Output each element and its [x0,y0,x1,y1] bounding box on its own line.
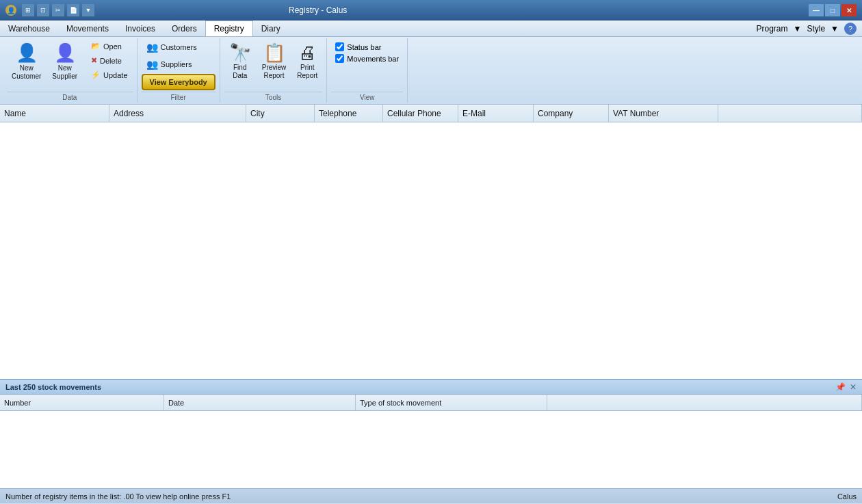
window-title: Registry - Calus [289,5,347,15]
open-icon: 📂 [91,42,101,51]
help-button[interactable]: ? [844,23,857,35]
data-group-label: Data [7,92,133,103]
main-area: Name Address City Telephone Cellular Pho… [0,105,862,379]
find-data-button[interactable]: 🔭 FindData [224,40,256,83]
view-checkboxes: Status bar Movements bar [331,40,403,66]
movements-bar-label: Movements bar [347,55,399,63]
bottom-table-body [0,411,862,488]
bottom-panel-title: Last 250 stock movements [5,383,101,391]
new-customer-label: NewCustomer [12,64,41,81]
delete-icon: ✖ [91,56,97,65]
new-supplier-icon: 👤 [54,42,76,64]
new-customer-icon: 👤 [16,42,38,64]
suppliers-icon: 👥 [146,59,158,70]
bottom-table-header: Number Date Type of stock movement [0,395,862,411]
status-bar-checkbox-label[interactable]: Status bar [335,42,399,51]
suppliers-filter-button[interactable]: 👥 Suppliers [142,57,197,72]
col-city[interactable]: City [246,105,315,122]
toolbar-btn-3[interactable]: ✂ [52,4,64,16]
toolbar-btn-2[interactable]: ⊡ [37,4,49,16]
col-cellular[interactable]: Cellular Phone [383,105,458,122]
delete-label: Delete [100,57,122,65]
menu-bar: Warehouse Movements Invoices Orders Regi… [0,21,862,37]
ribbon-group-view: Status bar Movements bar View [327,38,408,103]
bottom-panel-close-button[interactable]: ✕ [850,382,857,392]
status-bar: Number of registry items in the list: .0… [0,488,862,503]
new-supplier-button[interactable]: 👤 NewSupplier [47,40,82,83]
ribbon-group-data: 👤 NewCustomer 👤 NewSupplier 📂 Open ✖ Del… [3,38,138,103]
update-icon: ⚡ [91,70,101,79]
new-customer-button[interactable]: 👤 NewCustomer [7,40,46,83]
print-report-label: PrintReport [297,64,317,80]
bottom-panel: Last 250 stock movements 📌 ✕ Number Date… [0,379,862,488]
find-data-label: FindData [233,64,247,80]
view-everybody-button[interactable]: View Everybody [142,74,216,90]
ribbon-tools-content: 🔭 FindData 📋 PreviewReport 🖨 PrintReport [224,40,323,90]
customers-filter-button[interactable]: 👥 Customers [142,40,202,55]
bottom-col-date[interactable]: Date [164,395,356,410]
toolbar-btn-4[interactable]: 📄 [67,4,79,16]
menu-movements[interactable]: Movements [58,21,117,36]
bottom-col-number[interactable]: Number [0,395,164,410]
find-data-icon: 🔭 [229,42,251,64]
window-controls: — □ ✕ [809,4,857,16]
menu-style[interactable]: Style [807,24,825,34]
col-telephone[interactable]: Telephone [315,105,383,122]
preview-report-button[interactable]: 📋 PreviewReport [257,40,291,83]
ribbon: 👤 NewCustomer 👤 NewSupplier 📂 Open ✖ Del… [0,37,862,105]
delete-button[interactable]: ✖ Delete [86,54,132,67]
col-extra [718,105,862,122]
menu-program[interactable]: Program [757,24,788,34]
menu-warehouse[interactable]: Warehouse [0,21,58,36]
preview-report-icon: 📋 [263,42,285,64]
col-vat[interactable]: VAT Number [609,105,718,122]
minimize-button[interactable]: — [809,4,824,16]
tools-group-label: Tools [224,92,323,103]
bottom-panel-header: Last 250 stock movements 📌 ✕ [0,380,862,395]
col-company[interactable]: Company [534,105,609,122]
movements-bar-checkbox-label[interactable]: Movements bar [335,54,399,63]
print-report-icon: 🖨 [298,42,316,64]
col-address[interactable]: Address [109,105,246,122]
bottom-panel-controls: 📌 ✕ [835,382,857,392]
open-button[interactable]: 📂 Open [86,40,132,53]
ribbon-group-filter: 👥 Customers 👥 Suppliers View Everybody F… [138,38,220,103]
update-button[interactable]: ⚡ Update [86,68,132,81]
menu-registry[interactable]: Registry [205,21,253,36]
ribbon-group-tools: 🔭 FindData 📋 PreviewReport 🖨 PrintReport… [220,38,328,103]
new-supplier-label: NewSupplier [52,64,77,81]
status-app-name: Calus [837,492,857,501]
menu-orders[interactable]: Orders [164,21,205,36]
menu-right: Program ▼ Style ▼ ? [757,21,862,36]
movements-bar-checkbox[interactable] [335,54,344,63]
customers-label: Customers [161,43,197,51]
bottom-col-extra [547,395,862,410]
app-icon: 👤 [5,5,16,16]
print-report-button[interactable]: 🖨 PrintReport [292,40,322,83]
col-name[interactable]: Name [0,105,109,122]
close-button[interactable]: ✕ [841,4,857,16]
ribbon-data-content: 👤 NewCustomer 👤 NewSupplier 📂 Open ✖ Del… [7,40,133,90]
bottom-col-type[interactable]: Type of stock movement [356,395,547,410]
maximize-button[interactable]: □ [825,4,840,16]
update-label: Update [103,71,127,79]
ribbon-small-actions: 📂 Open ✖ Delete ⚡ Update [86,40,132,81]
view-group-label: View [331,92,403,103]
bottom-panel-pin-button[interactable]: 📌 [835,382,846,392]
ribbon-view-content: Status bar Movements bar [331,40,403,90]
customers-icon: 👥 [146,42,158,53]
toolbar-btn-5[interactable]: ▼ [82,4,94,16]
col-email[interactable]: E-Mail [458,105,534,122]
menu-diary[interactable]: Diary [253,21,289,36]
filter-group-label: Filter [142,92,216,103]
table-body [0,122,862,379]
ribbon-filter-content: 👥 Customers 👥 Suppliers View Everybody [142,40,216,90]
preview-report-label: PreviewReport [262,64,287,80]
status-bar-checkbox[interactable] [335,42,344,51]
title-bar: 👤 ⊞ ⊡ ✂ 📄 ▼ Registry - Calus — □ ✕ [0,0,862,21]
toolbar-btn-1[interactable]: ⊞ [22,4,34,16]
status-bar-label: Status bar [347,43,381,51]
status-text: Number of registry items in the list: .0… [5,492,231,501]
suppliers-label: Suppliers [161,60,192,68]
menu-invoices[interactable]: Invoices [117,21,164,36]
